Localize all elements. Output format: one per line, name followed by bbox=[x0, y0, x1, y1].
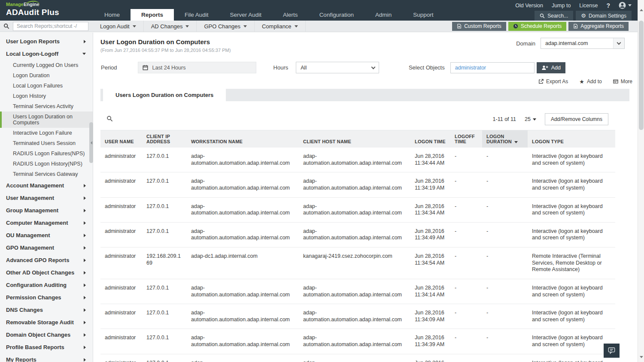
table-row[interactable]: administrator192.168.209.169adap-dc1.ada… bbox=[100, 247, 615, 279]
nav-tab-home[interactable]: Home bbox=[94, 9, 131, 21]
menu-compliance[interactable]: Compliance bbox=[255, 21, 306, 32]
sidebar-item-terminal-services-gateway[interactable]: Terminal Services Gateway bbox=[0, 169, 93, 179]
chevron-right-icon bbox=[84, 209, 86, 212]
report-tab[interactable]: Users Logon Duration on Computers bbox=[103, 89, 226, 101]
sidebar-item-computer-management[interactable]: Computer Management bbox=[0, 217, 93, 229]
table-search-icon[interactable] bbox=[106, 115, 113, 123]
period-picker[interactable]: Last 24 Hours bbox=[138, 62, 256, 73]
scrollbar-thumb[interactable] bbox=[639, 21, 644, 130]
column-header-logoff-time[interactable]: LOGOFF TIME bbox=[450, 130, 482, 148]
sidebar-item-permission-changes[interactable]: Permission Changes bbox=[0, 291, 93, 304]
chat-button[interactable] bbox=[604, 344, 620, 358]
sidebar-item-configuration-auditing[interactable]: Configuration Auditing bbox=[0, 279, 93, 291]
export-as-link[interactable]: Export As bbox=[538, 78, 568, 84]
sidebar-item-logon-duration[interactable]: Logon Duration bbox=[0, 70, 93, 81]
more-link[interactable]: More bbox=[613, 78, 632, 84]
logon-time-cell: Jun 28,201611:34:54 AM bbox=[410, 247, 450, 279]
sidebar-item-currently-logged-on-users[interactable]: Currently Logged On Users bbox=[0, 60, 93, 70]
sidebar-item-local-logon-logoff[interactable]: Local Logon-Logoff bbox=[0, 48, 93, 60]
sidebar-item-label: Users Logon Duration on Computers bbox=[13, 114, 86, 126]
domain-select[interactable]: adap.internal.com bbox=[541, 38, 625, 49]
domain-select-chevron[interactable] bbox=[613, 38, 624, 48]
column-header-workstation-name[interactable]: WORKSTATION NAME bbox=[187, 130, 299, 148]
table-row[interactable]: administrator127.0.0.1adap-automation.au… bbox=[100, 304, 615, 329]
sidebar-item-domain-object-changes[interactable]: Domain Object Changes bbox=[0, 329, 93, 341]
sidebar-item-users-logon-duration-on-computers[interactable]: Users Logon Duration on Computers bbox=[0, 112, 93, 128]
table-row[interactable]: administrator127.0.0.1adap-automation.au… bbox=[100, 279, 615, 304]
sidebar-item-group-management[interactable]: Group Management bbox=[0, 204, 93, 217]
scrollbar-up-button[interactable] bbox=[638, 7, 644, 13]
client-host-cell: adap-automation.automation.adap.internal… bbox=[299, 222, 410, 247]
manageengine-logo[interactable]: ManageEngine ADAudit Plus bbox=[0, 0, 94, 21]
nav-tab-reports[interactable]: Reports bbox=[131, 9, 174, 21]
menu-gpo-changes[interactable]: GPO Changes bbox=[197, 21, 255, 32]
sidebar-item-other-ad-object-changes[interactable]: Other AD Object Changes bbox=[0, 266, 93, 279]
nav-tab-file-audit[interactable]: File Audit bbox=[174, 9, 219, 21]
help-button[interactable]: ? bbox=[606, 2, 610, 9]
add-button[interactable]: Add bbox=[537, 62, 565, 73]
sidebar-item-my-reports[interactable]: My Reports bbox=[0, 353, 93, 362]
user-menu[interactable] bbox=[619, 2, 632, 9]
sidebar-item-terminal-services-activity[interactable]: Terminal Services Activity bbox=[0, 101, 93, 112]
nav-tab-support[interactable]: Support bbox=[402, 9, 444, 21]
logon-date: Jun 28,2016 bbox=[415, 310, 446, 317]
sidebar-item-dns-changes[interactable]: DNS Changes bbox=[0, 304, 93, 316]
filter-row: Period Last 24 Hours Hours All Select Ob… bbox=[94, 62, 638, 73]
column-header-logon-time[interactable]: LOGON TIME bbox=[410, 130, 450, 148]
sidebar-item-radius-logon-history-nps[interactable]: RADIUS Logon History(NPS) bbox=[0, 159, 93, 169]
client-ip-cell: 127.0.0.1 bbox=[142, 148, 187, 172]
sidebar-collapse-handle[interactable] bbox=[89, 122, 93, 163]
column-header-client-host-name[interactable]: CLIENT HOST NAME bbox=[299, 130, 410, 148]
column-header-client-ip-address[interactable]: CLIENT IP ADDRESS bbox=[142, 130, 187, 148]
header-search-button[interactable]: Search... bbox=[535, 11, 573, 21]
nav-tab-configuration[interactable]: Configuration bbox=[309, 9, 365, 21]
add-to-link[interactable]: ★Add to bbox=[579, 78, 601, 84]
sidebar-item-profile-based-reports[interactable]: Profile Based Reports bbox=[0, 341, 93, 353]
window-scrollbar[interactable] bbox=[638, 0, 644, 362]
hours-select[interactable]: All bbox=[296, 62, 379, 73]
utility-link-license[interactable]: License bbox=[579, 3, 598, 9]
menu-logon-audit[interactable]: Logon Audit bbox=[93, 21, 144, 32]
chevron-down-icon bbox=[82, 53, 86, 55]
select-objects-input[interactable] bbox=[450, 62, 535, 73]
table-row[interactable]: administrator127.0.0.1adap-automation.au… bbox=[100, 354, 615, 362]
column-label: WORKSTATION NAME bbox=[191, 139, 243, 144]
nav-tab-server-audit[interactable]: Server Audit bbox=[219, 9, 273, 21]
sidebar-item-ou-management[interactable]: OU Management bbox=[0, 229, 93, 241]
table-row[interactable]: administrator127.0.0.1adap-automation.au… bbox=[100, 329, 615, 354]
sidebar-item-user-logon-reports[interactable]: User Logon Reports bbox=[0, 35, 93, 48]
utility-link-jump-to[interactable]: Jump to bbox=[552, 3, 571, 9]
table-row[interactable]: administrator127.0.0.1adap-automation.au… bbox=[100, 172, 615, 197]
table-row[interactable]: administrator127.0.0.1adap-automation.au… bbox=[100, 222, 615, 247]
aggregate-reports-button[interactable]: Aggregate Reports bbox=[568, 22, 629, 31]
sidebar-item-interactive-logon-failure[interactable]: Interactive Logon Failure bbox=[0, 128, 93, 138]
domain-label: Domain bbox=[516, 40, 535, 47]
scrollbar-down-button[interactable] bbox=[638, 354, 644, 360]
client-ip-cell: 127.0.0.1 bbox=[142, 172, 187, 197]
sidebar-item-terminated-users-session[interactable]: Terminated Users Session bbox=[0, 138, 93, 148]
table-row[interactable]: administrator127.0.0.1adap-automation.au… bbox=[100, 148, 615, 172]
page-size-select[interactable]: 25 bbox=[525, 116, 536, 122]
custom-reports-button[interactable]: Custom Reports bbox=[452, 22, 506, 31]
schedule-reports-button[interactable]: Schedule Reports bbox=[508, 22, 566, 31]
sidebar-item-advanced-gpo-reports[interactable]: Advanced GPO Reports bbox=[0, 254, 93, 266]
add-remove-columns-button[interactable]: Add/Remove Columns bbox=[545, 113, 608, 125]
hours-select-chevron[interactable] bbox=[368, 62, 379, 73]
column-header-logon-type[interactable]: LOGON TYPE bbox=[528, 130, 615, 148]
sidebar-item-local-logon-failures[interactable]: Local Logon Failures bbox=[0, 81, 93, 91]
sidebar-item-logon-history[interactable]: Logon History bbox=[0, 91, 93, 101]
sidebar-item-gpo-management[interactable]: GPO Management bbox=[0, 241, 93, 254]
table-row[interactable]: administrator127.0.0.1adap-automation.au… bbox=[100, 197, 615, 222]
sidebar-item-account-management[interactable]: Account Management bbox=[0, 179, 93, 192]
domain-settings-button[interactable]: ⚙ Domain Settings bbox=[576, 11, 632, 21]
sidebar-item-removable-storage-audit[interactable]: Removable Storage Audit bbox=[0, 316, 93, 329]
nav-tab-admin[interactable]: Admin bbox=[365, 9, 402, 21]
sidebar-item-radius-logon-failures-nps[interactable]: RADIUS Logon Failures(NPS) bbox=[0, 148, 93, 159]
utility-link-old-version[interactable]: Old Version bbox=[515, 3, 543, 9]
menu-ad-changes[interactable]: AD Changes bbox=[144, 21, 197, 32]
reports-search-input[interactable] bbox=[13, 22, 88, 31]
column-header-user-name[interactable]: USER NAME bbox=[100, 130, 142, 148]
nav-tab-alerts[interactable]: Alerts bbox=[272, 9, 309, 21]
sidebar-item-user-management[interactable]: User Management bbox=[0, 192, 93, 204]
column-header-logon-duration[interactable]: LOGON DURATION bbox=[482, 130, 528, 148]
